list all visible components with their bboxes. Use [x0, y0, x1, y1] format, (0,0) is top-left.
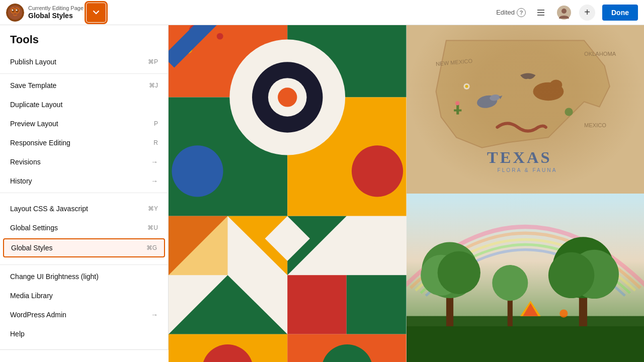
- main-content: NEW MEXICO OKLAHOMA MEXICO TEXAS: [169, 25, 644, 362]
- preview-layout-shortcut: P: [154, 120, 158, 127]
- duplicate-layout-label: Duplicate Layout: [10, 101, 62, 109]
- app-logo: [6, 4, 24, 22]
- svg-point-56: [463, 83, 469, 89]
- svg-point-73: [548, 252, 594, 298]
- svg-point-78: [559, 309, 568, 317]
- done-button[interactable]: Done: [602, 5, 638, 21]
- edited-status: Edited ?: [496, 8, 526, 17]
- svg-rect-61: [456, 104, 459, 114]
- global-styles-shortcut: ⌘G: [146, 244, 157, 251]
- svg-point-63: [455, 101, 459, 105]
- svg-rect-79: [407, 326, 645, 362]
- global-styles-label: Global Styles: [11, 244, 52, 252]
- menu-item-help[interactable]: Help: [0, 324, 168, 343]
- global-settings-label: Global Settings: [10, 224, 58, 232]
- svg-text:NEW MEXICO: NEW MEXICO: [435, 58, 472, 67]
- responsive-editing-shortcut: R: [153, 139, 158, 146]
- menu-divider-1: [0, 73, 168, 74]
- svg-point-12: [561, 9, 567, 14]
- menu-item-history[interactable]: History →: [0, 171, 168, 191]
- save-template-label: Save Template: [10, 81, 56, 89]
- svg-point-21: [278, 87, 297, 107]
- svg-rect-46: [407, 25, 645, 194]
- menu-item-global-settings[interactable]: Global Settings ⌘U: [0, 218, 168, 237]
- menu-item-publish-layout[interactable]: Publish Layout ⌘P: [0, 52, 168, 71]
- publish-layout-label: Publish Layout: [10, 58, 56, 66]
- svg-point-52: [489, 94, 500, 102]
- header-title-block: Currently Editing Page Global Styles: [28, 5, 84, 20]
- global-settings-shortcut: ⌘U: [147, 224, 158, 231]
- svg-point-7: [16, 9, 18, 11]
- svg-point-31: [172, 145, 223, 197]
- wp-admin-arrow: →: [151, 311, 158, 319]
- svg-rect-62: [454, 110, 461, 112]
- svg-point-75: [492, 265, 528, 301]
- menu-gap-1: [0, 195, 168, 199]
- svg-point-32: [352, 145, 403, 197]
- menu-item-duplicate-layout[interactable]: Duplicate Layout: [0, 95, 168, 114]
- revisions-label: Revisions: [10, 158, 41, 166]
- svg-marker-47: [436, 40, 609, 147]
- wp-admin-label: WordPress Admin: [10, 311, 66, 319]
- svg-text:OKLAHOMA: OKLAHOMA: [584, 51, 616, 57]
- menu-divider-2: [0, 193, 168, 193]
- media-library-label: Media Library: [10, 292, 53, 300]
- menu-item-media-library[interactable]: Media Library: [0, 286, 168, 305]
- svg-text:TEXAS: TEXAS: [487, 148, 552, 166]
- svg-text:FLORA & FAUNA: FLORA & FAUNA: [497, 167, 557, 173]
- menu-item-wp-admin[interactable]: WordPress Admin →: [0, 305, 168, 324]
- responsive-editing-label: Responsive Editing: [10, 139, 70, 147]
- header-right: Edited ? + Done: [496, 5, 638, 21]
- edited-label: Edited: [496, 9, 515, 16]
- svg-point-6: [12, 9, 14, 11]
- image-mosaic: [169, 25, 407, 362]
- svg-point-1: [8, 6, 22, 20]
- menu-heading: Tools: [0, 33, 168, 52]
- svg-point-55: [549, 80, 561, 90]
- menu-item-change-ui[interactable]: Change UI Brightness (light): [0, 267, 168, 286]
- svg-rect-29: [287, 275, 346, 334]
- help-label: Help: [10, 330, 25, 338]
- svg-point-69: [437, 251, 480, 294]
- image-forest: [407, 194, 645, 362]
- image-texas: NEW MEXICO OKLAHOMA MEXICO TEXAS: [407, 25, 645, 194]
- preview-layout-label: Preview Layout: [10, 120, 58, 128]
- list-icon-button[interactable]: [533, 5, 549, 21]
- texas-art-bg: NEW MEXICO OKLAHOMA MEXICO TEXAS: [407, 25, 645, 194]
- svg-text:MEXICO: MEXICO: [584, 122, 606, 128]
- avatar-icon-button[interactable]: [556, 5, 572, 21]
- layout-css-label: Layout CSS & Javascript: [10, 205, 88, 213]
- header-subtitle: Currently Editing Page: [28, 5, 84, 12]
- help-icon[interactable]: ?: [517, 8, 526, 17]
- menu-item-preview-layout[interactable]: Preview Layout P: [0, 114, 168, 133]
- svg-marker-53: [499, 96, 502, 99]
- history-arrow: →: [151, 177, 158, 185]
- menu-item-layout-css[interactable]: Layout CSS & Javascript ⌘Y: [0, 199, 168, 218]
- add-button[interactable]: +: [579, 5, 595, 21]
- change-ui-label: Change UI Brightness (light): [10, 273, 99, 281]
- menu-divider-3: [0, 264, 168, 265]
- layout-css-shortcut: ⌘Y: [148, 205, 158, 212]
- publish-layout-shortcut: ⌘P: [148, 58, 158, 65]
- menu-item-global-styles[interactable]: Global Styles ⌘G: [3, 238, 165, 257]
- header-left: Currently Editing Page Global Styles: [6, 3, 106, 22]
- svg-point-57: [465, 85, 468, 88]
- svg-point-54: [533, 82, 564, 101]
- svg-rect-28: [169, 216, 227, 275]
- header-page-title: Global Styles: [28, 12, 84, 20]
- menu-gap-2: [0, 258, 168, 262]
- svg-point-51: [476, 94, 498, 110]
- history-label: History: [10, 177, 32, 185]
- tools-dropdown-menu: Tools Publish Layout ⌘P Save Template ⌘J…: [0, 25, 169, 350]
- dropdown-toggle-button[interactable]: [87, 3, 106, 22]
- revisions-arrow: →: [151, 158, 158, 166]
- menu-item-save-template[interactable]: Save Template ⌘J: [0, 76, 168, 95]
- svg-point-58: [565, 108, 573, 116]
- header: Currently Editing Page Global Styles Edi…: [0, 0, 644, 25]
- save-template-shortcut: ⌘J: [149, 82, 158, 89]
- menu-item-revisions[interactable]: Revisions →: [0, 152, 168, 171]
- svg-point-39: [217, 33, 223, 40]
- svg-rect-30: [347, 275, 407, 334]
- menu-item-responsive-editing[interactable]: Responsive Editing R: [0, 133, 168, 152]
